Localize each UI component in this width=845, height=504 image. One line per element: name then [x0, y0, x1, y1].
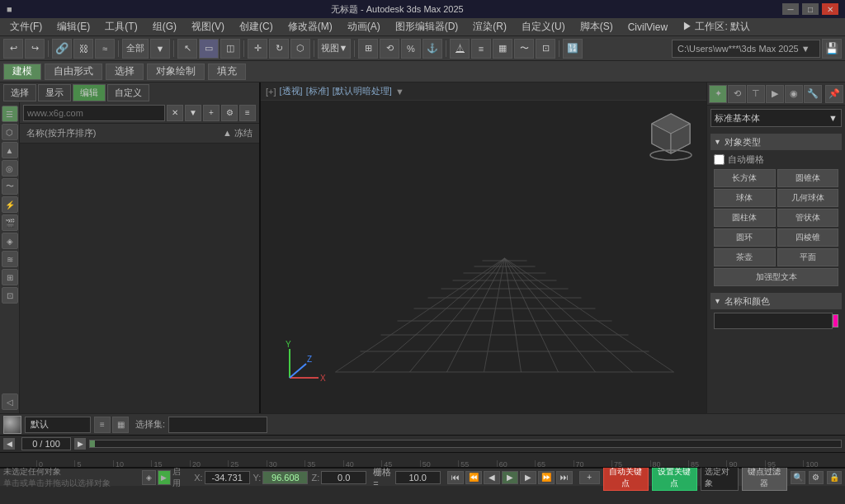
btn-teapot[interactable]: 茶壶 — [714, 248, 776, 266]
angle-snap[interactable]: ⟲ — [380, 39, 399, 59]
material-preview[interactable] — [3, 416, 21, 434]
close-button[interactable]: ✕ — [822, 3, 838, 15]
select-dropdown-button[interactable]: ▼ — [150, 39, 170, 59]
menu-create[interactable]: 创建(C) — [233, 18, 280, 35]
object-name-input[interactable] — [714, 313, 833, 329]
y-value[interactable]: 96.608 — [262, 471, 308, 484]
set-key-btn[interactable]: 设置关键点 — [652, 464, 697, 491]
path-display[interactable]: C:\Users\ww***\3ds Max 2025 ▼ — [672, 40, 820, 58]
timeline-track[interactable] — [89, 440, 842, 448]
icon-helper[interactable]: ⚡ — [2, 196, 18, 213]
icon-spacewarp[interactable]: 🎬 — [2, 214, 18, 231]
viewport-menu-icon[interactable]: ▼ — [395, 87, 404, 97]
menu-edit[interactable]: 编辑(E) — [50, 18, 97, 35]
pb-next-key[interactable]: ⏩ — [538, 471, 555, 484]
percent-snap[interactable]: % — [401, 39, 421, 59]
spinner-snap[interactable]: ⚓ — [422, 39, 442, 59]
save-button[interactable]: 💾 — [822, 39, 842, 59]
icon-scene[interactable]: ☰ — [2, 106, 18, 122]
select-tool[interactable]: ↖ — [177, 39, 197, 59]
move-tool[interactable]: ✛ — [248, 39, 267, 59]
cp-utilities[interactable]: 🔧 — [804, 85, 822, 103]
layer-icon[interactable]: ≡ — [94, 417, 111, 433]
menu-view[interactable]: 视图(V) — [185, 18, 231, 35]
start-icon[interactable]: ▶ — [158, 470, 172, 485]
name-color-header[interactable]: ▼ 名称和颜色 — [710, 293, 842, 309]
se-clear-btn[interactable]: ✕ — [167, 105, 183, 121]
key-filter-btn[interactable]: 键点过滤器 — [742, 464, 787, 491]
tab-paintdeform[interactable]: 对象绘制 — [147, 64, 205, 80]
selection-set-input[interactable] — [168, 417, 267, 433]
menu-civilview[interactable]: CivilView — [621, 20, 674, 35]
window-crossing[interactable]: ◫ — [220, 39, 240, 59]
btn-pyramid[interactable]: 四棱锥 — [777, 228, 839, 247]
search-icon[interactable]: 🔍 — [791, 471, 805, 484]
pb-next-frame[interactable]: ▶ — [520, 471, 536, 484]
bind-button[interactable]: ≈ — [95, 39, 115, 59]
btn-torus[interactable]: 圆环 — [714, 228, 776, 247]
cp-display[interactable]: ◉ — [785, 85, 803, 103]
pb-first-frame[interactable]: ⏮ — [447, 471, 464, 484]
menu-tools[interactable]: 工具(T) — [98, 18, 144, 35]
scene-search-input[interactable] — [23, 105, 165, 121]
mirror-tool[interactable]: ⏅ — [450, 39, 470, 59]
btn-geosphere[interactable]: 几何球体 — [777, 189, 839, 207]
tab-freeform[interactable]: 自由形式 — [45, 64, 102, 80]
viewport-shading[interactable]: [默认明暗处理] — [333, 85, 392, 97]
auto-key-btn[interactable]: 自动关键点 — [603, 464, 649, 491]
cp-hierarchy[interactable]: ⊤ — [747, 85, 765, 103]
redo-button[interactable]: ↪ — [25, 39, 45, 59]
icon-geometry[interactable]: ⬡ — [2, 124, 18, 140]
layer-mgr[interactable]: ▦ — [493, 39, 512, 59]
icon-layer[interactable]: ⊞ — [2, 269, 18, 285]
icon-expand[interactable]: ◁ — [2, 393, 18, 410]
menu-customize[interactable]: 自定义(U) — [515, 18, 572, 35]
icon-light[interactable]: ◎ — [2, 160, 18, 177]
lock-icon[interactable]: 🔒 — [827, 471, 842, 484]
se-settings-btn[interactable]: ⚙ — [221, 105, 238, 121]
icon-systems[interactable]: ◈ — [2, 233, 18, 249]
select-region-rect[interactable]: ▭ — [199, 39, 219, 59]
select-all-button[interactable]: 全部 — [122, 39, 149, 59]
tab-modeling[interactable]: 建模 — [3, 64, 41, 80]
se-cols-btn[interactable]: ≡ — [239, 105, 256, 121]
se-filter-btn[interactable]: ▼ — [185, 105, 201, 121]
menu-render[interactable]: 渲染(R) — [466, 18, 513, 35]
color-swatch[interactable] — [833, 314, 838, 327]
options-icon[interactable]: ⚙ — [809, 471, 824, 484]
snap-toggle[interactable]: ⊞ — [358, 39, 378, 59]
btn-sphere[interactable]: 球体 — [714, 189, 776, 207]
menu-script[interactable]: 脚本(S) — [574, 18, 620, 35]
minimize-button[interactable]: ─ — [782, 3, 799, 15]
tab-populate[interactable]: 填充 — [208, 64, 246, 80]
viewport-canvas[interactable]: .grid-line { stroke: #555; stroke-width:… — [261, 101, 706, 413]
rotate-tool[interactable]: ↻ — [269, 39, 289, 59]
menu-modifier[interactable]: 修改器(M) — [281, 18, 339, 35]
btn-cone[interactable]: 圆锥体 — [777, 169, 839, 187]
add-key-btn[interactable]: + — [579, 471, 600, 484]
view-dropdown[interactable]: 视图▼ — [318, 39, 351, 59]
menu-graph-editor[interactable]: 图形编辑器(D) — [389, 18, 465, 35]
unlink-button[interactable]: ⛓ — [73, 39, 93, 59]
icon-object2[interactable]: ⊡ — [2, 287, 18, 304]
pb-last-frame[interactable]: ⏭ — [556, 471, 573, 484]
curve-editor[interactable]: 〜 — [514, 39, 534, 59]
render-setup[interactable]: 🔢 — [563, 39, 583, 59]
tl-arrow-left[interactable]: ◀ — [3, 438, 15, 450]
cp-modify[interactable]: ⟲ — [728, 85, 746, 103]
tl-arrow-right[interactable]: ▶ — [74, 438, 86, 450]
menu-workspace[interactable]: ▶ 工作区: 默认 — [676, 18, 757, 35]
icon-shape[interactable]: ▲ — [2, 142, 18, 158]
btn-plane[interactable]: 平面 — [777, 248, 839, 266]
scale-tool[interactable]: ⬡ — [290, 39, 310, 59]
link-button[interactable]: 🔗 — [52, 39, 72, 59]
btn-enhanced-text[interactable]: 加强型文本 — [714, 268, 838, 286]
schematic-view[interactable]: ⊡ — [536, 39, 555, 59]
scene-tab-display[interactable]: 显示 — [38, 84, 71, 101]
pb-prev-key[interactable]: ⏪ — [465, 471, 482, 484]
pb-play[interactable]: ▶ — [502, 471, 518, 484]
scene-tab-edit[interactable]: 编辑 — [73, 84, 106, 101]
btn-tube[interactable]: 管状体 — [777, 209, 839, 227]
cp-pin[interactable]: 📌 — [825, 85, 843, 103]
menu-group[interactable]: 组(G) — [146, 18, 183, 35]
